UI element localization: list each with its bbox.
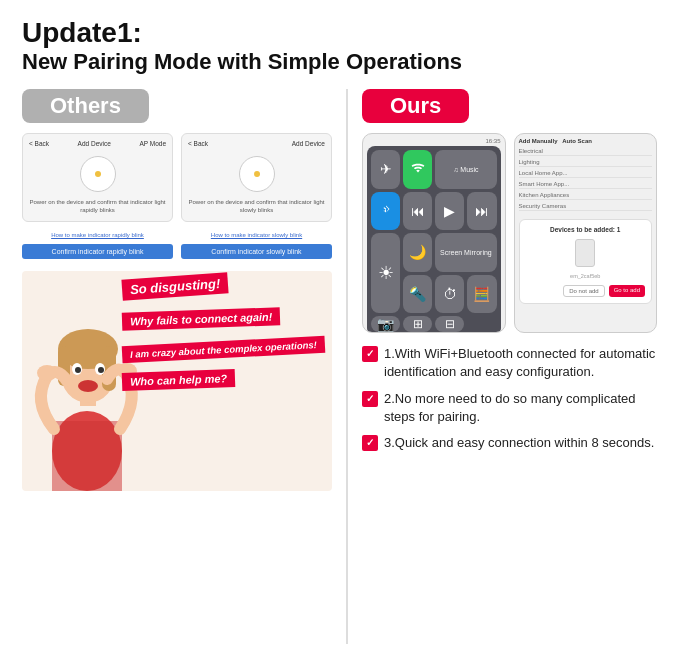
dot-yellow-1 (95, 171, 101, 177)
screen2-circle (239, 156, 275, 192)
speech-banners: So disgusting! Why fails to connect agai… (122, 276, 322, 394)
screen1-caption: Power on the device and confirm that ind… (29, 199, 166, 215)
cc-brightness: ☀ (371, 233, 400, 313)
screen1-circle-area (29, 151, 166, 196)
ours-badge: Ours (362, 89, 469, 123)
confirm-link-2[interactable]: How to make indicator slowly blink (181, 232, 332, 238)
add-device-item-4: Smart Home App... (519, 180, 653, 189)
feature-item-2: ✓ 2.No more need to do so many complicat… (362, 390, 657, 426)
svg-rect-1 (52, 421, 122, 491)
modal-subtitle: em_2caf5eb (526, 273, 646, 279)
screen2-header: < Back Add Device (188, 140, 325, 147)
checkbox-2: ✓ (362, 391, 378, 407)
add-device-modal: Devices to be added: 1 em_2caf5eb Do not… (519, 219, 653, 304)
cc-qr: ⊟ (435, 316, 464, 332)
feature-text-1: 1.With WiFi+Bluetooth connected for auto… (384, 345, 657, 381)
others-badge: Others (22, 89, 149, 123)
svg-point-13 (98, 367, 104, 373)
main-content: Others < Back Add Device AP Mode Power o… (22, 89, 657, 644)
checkbox-1: ✓ (362, 346, 378, 362)
modal-device-icon (575, 239, 595, 267)
feature-text-3: 3.Quick and easy connection within 8 sec… (384, 434, 657, 452)
cc-play: ▶ (435, 192, 464, 231)
cc-wifi (403, 150, 432, 189)
confirm-btn-1[interactable]: Confirm indicator rapidly blink (22, 244, 173, 259)
cc-play-prev: ⏮ (403, 192, 432, 231)
confirm-buttons: Confirm indicator rapidly blink Confirm … (22, 244, 332, 259)
modal-title: Devices to be added: 1 (526, 226, 646, 233)
confirm-link-1[interactable]: How to make indicator rapidly blink (22, 232, 173, 238)
cc-timer: ⏱ (435, 275, 464, 314)
screen1-header: < Back Add Device AP Mode (29, 140, 166, 147)
banner-4: Who can help me? (122, 369, 236, 391)
screen1-circle (80, 156, 116, 192)
add-device-item-2: Lighting (519, 158, 653, 167)
cc-music: ♫ Music (435, 150, 496, 189)
svg-point-7 (37, 365, 57, 381)
phone-screenshots: 16:35 ✈ ♫ Music ⏮ ▶ ⏭ ☀ (362, 133, 657, 333)
svg-point-12 (75, 367, 81, 373)
add-device-item-1: Electrical (519, 147, 653, 156)
title-line2: New Pairing Mode with Simple Operations (22, 49, 657, 75)
screen2-caption: Power on the device and confirm that ind… (188, 199, 325, 215)
confirm-links: How to make indicator rapidly blink How … (22, 232, 332, 238)
device-screen-2: < Back Add Device Power on the device an… (181, 133, 332, 222)
cc-airplane: ✈ (371, 150, 400, 189)
cc-bluetooth (371, 192, 400, 231)
control-center: ✈ ♫ Music ⏮ ▶ ⏭ ☀ 🌙 Screen Mirror (367, 146, 501, 333)
modal-no-button[interactable]: Do not add (563, 285, 604, 297)
cc-play-next: ⏭ (467, 192, 496, 231)
dot-yellow-2 (254, 171, 260, 177)
confirm-btn-2[interactable]: Confirm indicator slowly blink (181, 244, 332, 259)
left-panel: Others < Back Add Device AP Mode Power o… (22, 89, 332, 644)
feature-item-3: ✓ 3.Quick and easy connection within 8 s… (362, 434, 657, 452)
modal-buttons: Do not add Go to add (526, 285, 646, 297)
add-device-item-5: Kitchen Appliances (519, 191, 653, 200)
screen1-mode: AP Mode (139, 140, 166, 147)
cc-flashlight: 🔦 (403, 275, 432, 314)
control-center-screen: 16:35 ✈ ♫ Music ⏮ ▶ ⏭ ☀ (362, 133, 506, 333)
add-manually-header: Add Manually Auto Scan (519, 138, 653, 144)
modal-yes-button[interactable]: Go to add (609, 285, 645, 297)
cc-scan: ⊞ (403, 316, 432, 332)
cc-camera: 📷 (371, 316, 400, 332)
right-panel: Ours 16:35 ✈ ♫ Music ⏮ (362, 89, 657, 644)
add-device-item-3: Local Home App... (519, 169, 653, 178)
checkbox-3: ✓ (362, 435, 378, 451)
feature-text-2: 2.No more need to do so many complicated… (384, 390, 657, 426)
screen1-title: Add Device (78, 140, 111, 147)
cc-calc: 🧮 (467, 275, 496, 314)
banner-3: I am crazy about the complex operations! (122, 335, 326, 363)
phone-time: 16:35 (367, 138, 501, 144)
frustrated-area: So disgusting! Why fails to connect agai… (22, 271, 332, 491)
main-container: Update1: New Pairing Mode with Simple Op… (0, 0, 679, 667)
add-device-item-6: Security Cameras (519, 202, 653, 211)
screen2-title: Add Device (292, 140, 325, 147)
cc-moon: 🌙 (403, 233, 432, 272)
add-device-list: Electrical Lighting Local Home App... Sm… (519, 147, 653, 211)
title-line1: Update1: (22, 18, 657, 49)
screen2-back: < Back (188, 140, 208, 147)
features-list: ✓ 1.With WiFi+Bluetooth connected for au… (362, 345, 657, 452)
device-screen-1: < Back Add Device AP Mode Power on the d… (22, 133, 173, 222)
cc-screen-mirror: Screen Mirroring (435, 233, 496, 272)
banner-1: So disgusting! (121, 272, 228, 300)
panel-divider (346, 89, 348, 644)
screen1-back: < Back (29, 140, 49, 147)
svg-point-9 (78, 380, 98, 392)
add-device-screen: Add Manually Auto Scan Electrical Lighti… (514, 133, 658, 333)
screen2-circle-area (188, 151, 325, 196)
device-screens: < Back Add Device AP Mode Power on the d… (22, 133, 332, 222)
feature-item-1: ✓ 1.With WiFi+Bluetooth connected for au… (362, 345, 657, 381)
header: Update1: New Pairing Mode with Simple Op… (22, 18, 657, 75)
banner-2: Why fails to connect again! (122, 307, 281, 331)
